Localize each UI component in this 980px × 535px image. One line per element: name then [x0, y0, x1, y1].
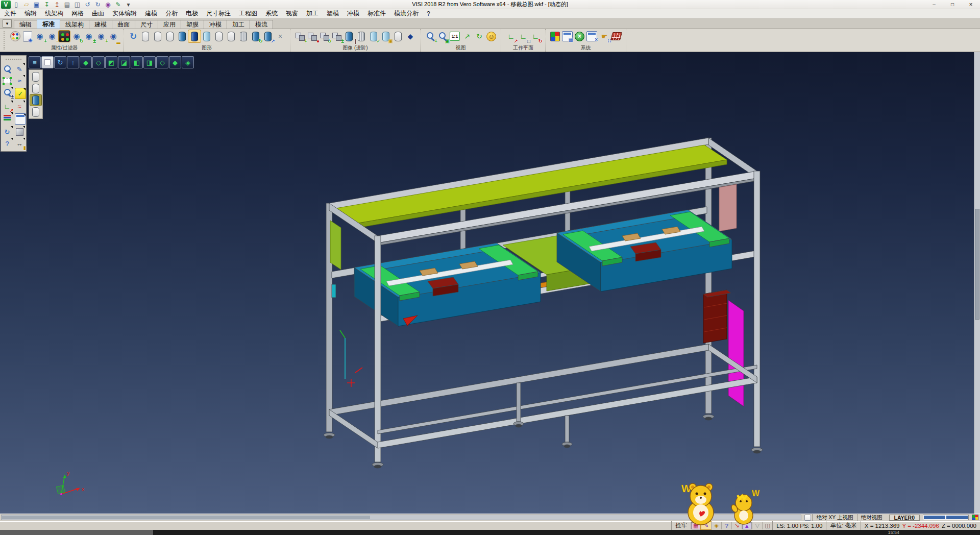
- dashed-line-icon[interactable]: [164, 30, 176, 42]
- export-icon[interactable]: ↥: [52, 1, 62, 9]
- menu-item-1[interactable]: 编辑: [20, 9, 41, 18]
- wire-cyl-icon[interactable]: [392, 30, 404, 42]
- viewport-layout-icon[interactable]: [41, 56, 54, 68]
- attributes-books-icon[interactable]: [2, 112, 13, 124]
- menu-item-3[interactable]: 网格: [67, 9, 88, 18]
- window-config-icon[interactable]: ×: [586, 31, 597, 41]
- sketch-curve-icon[interactable]: ≈: [14, 75, 25, 86]
- 3d-model-canvas[interactable]: x y: [0, 52, 980, 514]
- edit-erase-icon[interactable]: ✎: [14, 63, 25, 75]
- rotate-view-icon[interactable]: ↻: [473, 30, 485, 42]
- absolute-view-toggle[interactable]: 绝对视图: [857, 514, 886, 521]
- hatch-render-icon[interactable]: [237, 30, 250, 42]
- views-window-icon[interactable]: [15, 113, 26, 125]
- system-globe-icon[interactable]: ×: [575, 32, 584, 41]
- transparent-icon[interactable]: [201, 30, 213, 42]
- menu-item-15[interactable]: 冲模: [343, 9, 363, 18]
- active-layer[interactable]: LAYER0: [889, 515, 920, 521]
- zoom-window-icon[interactable]: ▣: [436, 30, 449, 42]
- select-hand-icon[interactable]: ☛∷: [598, 30, 610, 42]
- menu-item-4[interactable]: 曲面: [88, 9, 108, 18]
- maximize-button[interactable]: □: [943, 0, 962, 9]
- zoom-solid-icon[interactable]: ±: [2, 87, 13, 98]
- menu-item-8[interactable]: 电极: [182, 9, 202, 18]
- menu-item-13[interactable]: 加工: [302, 9, 323, 18]
- shaded-icon[interactable]: [176, 30, 188, 42]
- tab-surface[interactable]: 曲面: [112, 20, 135, 29]
- menu-item-14[interactable]: 塑模: [323, 9, 343, 18]
- tab-machining[interactable]: 加工: [227, 20, 250, 29]
- filter-page-icon[interactable]: ◉: [23, 31, 32, 42]
- viewport-3d[interactable]: x y ✎≈±✓∟↗≈↻?↔▮ ≡↻↑◆◇◩◪◧◨◇◆◈: [0, 52, 980, 514]
- show-add-icon[interactable]: ◉+: [34, 30, 46, 42]
- render-wireframe-icon[interactable]: [30, 71, 41, 82]
- adv-toggle-icon[interactable]: ±: [331, 30, 343, 42]
- menu-item-16[interactable]: 标准件: [363, 9, 390, 18]
- measure-icon[interactable]: ↔▮: [14, 138, 25, 149]
- visi-logo[interactable]: V: [1, 1, 11, 9]
- pan-view-icon[interactable]: ↗: [461, 30, 473, 42]
- copy-view-icon[interactable]: ◫: [72, 1, 82, 9]
- regen-icon[interactable]: ↻: [2, 126, 13, 137]
- menu-item-2[interactable]: 线架构: [41, 9, 67, 18]
- hatch-cyl-icon[interactable]: [355, 30, 368, 42]
- view-iso-se-icon[interactable]: ◆: [169, 56, 181, 68]
- hide-all-icon[interactable]: ◉▂: [107, 30, 119, 42]
- vertical-scrollbar[interactable]: [974, 52, 980, 514]
- axis-view-icon[interactable]: ↑: [67, 56, 79, 68]
- open-file-icon[interactable]: ▱: [21, 1, 31, 9]
- badge-cyl-icon[interactable]: ▣: [380, 30, 392, 42]
- tab-dimension[interactable]: 尺寸: [135, 20, 158, 29]
- keypad-icon[interactable]: [610, 32, 622, 40]
- menu-item-10[interactable]: 工程图: [235, 9, 261, 18]
- tab-flow[interactable]: 模流: [250, 20, 273, 29]
- axis-cyl-icon[interactable]: |: [343, 30, 355, 42]
- menu-item-18[interactable]: ?: [423, 9, 434, 18]
- absolute-xy-view-toggle[interactable]: 绝对 XY 上视图: [812, 514, 856, 521]
- undo-icon[interactable]: ↺: [83, 1, 92, 9]
- view-left-icon[interactable]: ◧: [131, 56, 143, 68]
- palette-icon[interactable]: ◉: [103, 1, 113, 9]
- render-hidden-icon[interactable]: [30, 83, 41, 94]
- toolbar-options-icon[interactable]: ▾: [124, 1, 133, 9]
- shade-cube-icon[interactable]: [14, 126, 25, 137]
- redraw-icon[interactable]: ↻: [127, 30, 139, 42]
- zoom-1-1-icon[interactable]: 1:1: [450, 32, 460, 41]
- minimize-button[interactable]: –: [925, 0, 943, 9]
- help-what-icon[interactable]: ?: [2, 138, 13, 149]
- render-refresh-icon[interactable]: ↻: [250, 30, 262, 42]
- menu-item-12[interactable]: 视窗: [282, 9, 302, 18]
- ghost-icon[interactable]: [213, 30, 225, 42]
- tab-application[interactable]: 应用: [158, 20, 181, 29]
- menu-item-17[interactable]: 模流分析: [390, 9, 423, 18]
- workplane-rotate-icon[interactable]: ∟↻: [529, 30, 542, 42]
- menu-item-11[interactable]: 系统: [261, 9, 282, 18]
- render-tools-icon[interactable]: ×: [274, 30, 286, 42]
- workplane-face-icon[interactable]: ∟□: [517, 30, 529, 42]
- freehand-icon[interactable]: ≈: [14, 101, 25, 112]
- view-front-icon[interactable]: ◩: [105, 56, 117, 68]
- view-right-icon[interactable]: ◨: [143, 56, 156, 68]
- orbit-icon[interactable]: ↻: [54, 56, 66, 68]
- view-bottom-icon[interactable]: ◇: [156, 56, 168, 68]
- render-shaded-icon[interactable]: [30, 94, 41, 106]
- units-readout[interactable]: 单位: 毫米: [826, 521, 860, 530]
- tab-mold[interactable]: 塑膜: [181, 20, 204, 29]
- select-window-icon[interactable]: [2, 75, 13, 86]
- new-file-icon[interactable]: ▯: [11, 1, 21, 9]
- menu-item-6[interactable]: 建模: [141, 9, 161, 18]
- hidden-line-icon[interactable]: [152, 30, 164, 42]
- wireframe-icon[interactable]: [139, 30, 152, 42]
- adv-add-icon[interactable]: +: [294, 30, 306, 42]
- filter-traffic-icon[interactable]: [59, 31, 70, 42]
- tab-wireframe[interactable]: 线架构: [60, 20, 89, 29]
- confirm-icon[interactable]: ✓: [15, 88, 26, 99]
- toolbar-grip[interactable]: [1, 31, 5, 50]
- render-options-icon[interactable]: ↗: [262, 30, 274, 42]
- attributes-palette-icon[interactable]: [10, 31, 20, 41]
- toggle-filter-icon[interactable]: ◉±: [83, 30, 95, 42]
- view-top-icon[interactable]: ◆: [80, 56, 92, 68]
- menu-item-7[interactable]: 分析: [161, 9, 182, 18]
- print-icon[interactable]: ▤: [62, 1, 72, 9]
- tab-die[interactable]: 冲模: [204, 20, 227, 29]
